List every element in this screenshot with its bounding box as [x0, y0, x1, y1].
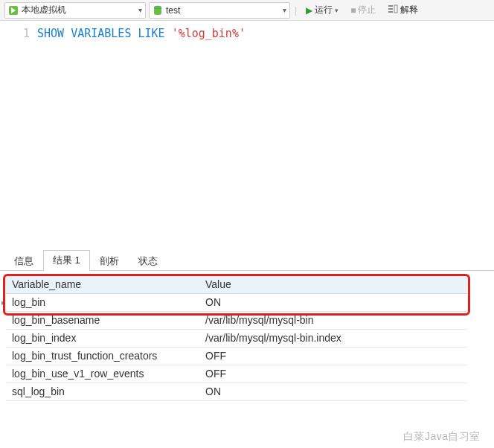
connection-dropdown[interactable]: 本地虚拟机 ▾ [4, 2, 146, 19]
tab-info[interactable]: 信息 [4, 251, 43, 271]
code-area[interactable]: SHOW VARIABLES LIKE '%log_bin%' [37, 21, 494, 252]
cell-value[interactable]: /var/lib/mysql/mysql-bin.index [199, 329, 467, 347]
connection-label: 本地虚拟机 [22, 4, 135, 16]
column-header[interactable]: Variable_name [6, 275, 199, 293]
play-icon: ▶ [306, 5, 312, 16]
cell-value[interactable]: ON [199, 293, 467, 311]
cell-value[interactable]: /var/lib/mysql/mysql-bin [199, 311, 467, 329]
line-number: 1 [0, 27, 30, 40]
tab-status[interactable]: 状态 [129, 251, 167, 271]
toolbar: 本地虚拟机 ▾ test ▾ | ▶ 运行 ▾ ■ 停止 解释 [0, 0, 494, 21]
cell-variable-name[interactable]: log_bin_trust_function_creators [6, 347, 199, 365]
stop-button: ■ 停止 [346, 2, 380, 19]
cell-variable-name[interactable]: log_bin [6, 293, 199, 311]
table-row[interactable]: log_bin_use_v1_row_events OFF [6, 365, 467, 383]
svg-rect-6 [394, 5, 397, 13]
stop-icon: ■ [350, 5, 356, 16]
database-label: test [166, 5, 280, 16]
svg-rect-4 [388, 8, 393, 10]
explain-icon [388, 4, 398, 16]
cell-value[interactable]: OFF [199, 365, 467, 383]
cell-variable-name[interactable]: log_bin_index [6, 329, 199, 347]
table-row[interactable]: log_bin_trust_function_creators OFF [6, 347, 467, 365]
table-row[interactable]: log_bin_basename /var/lib/mysql/mysql-bi… [6, 311, 467, 329]
sql-keyword: VARIABLES [71, 27, 131, 40]
result-tabs: 信息 结果 1 剖析 状态 [0, 252, 494, 271]
tab-analyze[interactable]: 剖析 [90, 251, 129, 271]
table-row[interactable]: sql_log_bin ON [6, 383, 467, 400]
chevron-down-icon: ▾ [283, 6, 286, 14]
explain-button[interactable]: 解释 [383, 2, 423, 19]
row-indicator-icon: ▸ [1, 298, 6, 307]
sql-string: '%log_bin%' [172, 27, 246, 40]
database-dropdown[interactable]: test ▾ [149, 2, 290, 19]
stop-label: 停止 [358, 4, 376, 16]
sql-keyword: LIKE [138, 27, 164, 40]
table-header-row: Variable_name Value [6, 275, 467, 293]
tab-result[interactable]: 结果 1 [43, 250, 90, 271]
connection-icon [8, 5, 19, 16]
cell-value[interactable]: ON [199, 383, 467, 400]
cell-variable-name[interactable]: sql_log_bin [6, 383, 199, 400]
run-label: 运行 [315, 4, 333, 16]
sql-keyword: SHOW [37, 27, 64, 40]
explain-label: 解释 [400, 4, 418, 16]
cell-variable-name[interactable]: log_bin_use_v1_row_events [6, 365, 199, 383]
watermark: 白菜Java自习室 [403, 430, 481, 444]
sql-editor[interactable]: 1 SHOW VARIABLES LIKE '%log_bin%' [0, 21, 494, 252]
results-panel: Variable_name Value log_bin ON log_bin_b… [0, 271, 494, 407]
table-row[interactable]: log_bin_index /var/lib/mysql/mysql-bin.i… [6, 329, 467, 347]
svg-rect-3 [388, 5, 393, 7]
separator: | [295, 5, 297, 16]
cell-value[interactable]: OFF [199, 347, 467, 365]
run-button[interactable]: ▶ 运行 ▾ [301, 2, 343, 19]
table-row[interactable]: log_bin ON [6, 293, 467, 311]
chevron-down-icon: ▾ [138, 6, 142, 14]
chevron-down-icon: ▾ [335, 7, 339, 14]
svg-rect-5 [388, 11, 393, 13]
database-icon [153, 5, 163, 16]
column-header[interactable]: Value [199, 275, 467, 293]
results-table[interactable]: Variable_name Value log_bin ON log_bin_b… [6, 275, 467, 401]
cell-variable-name[interactable]: log_bin_basename [6, 311, 199, 329]
line-gutter: 1 [0, 21, 37, 252]
